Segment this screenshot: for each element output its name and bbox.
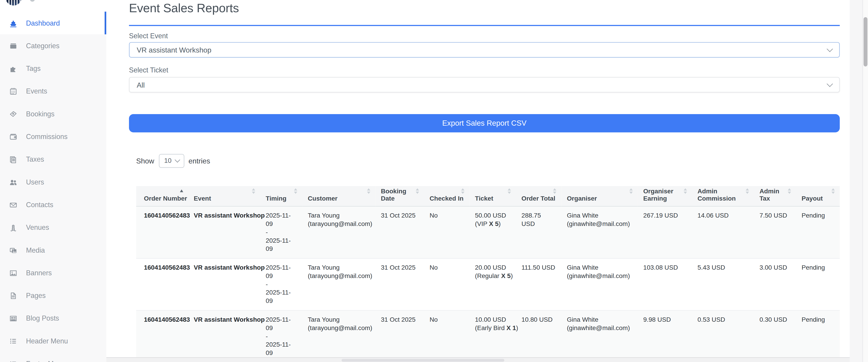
sidebar-item-blog-posts[interactable]: Blog Posts xyxy=(0,307,106,329)
cell-payout: Pending xyxy=(796,310,840,362)
sidebar-item-label: Users xyxy=(26,178,44,186)
sort-icon xyxy=(416,188,419,193)
cell-organiser: Gina White(ginawhite@mail.com) xyxy=(561,258,638,310)
sidebar-item-events[interactable]: Events xyxy=(0,80,106,102)
file-icon xyxy=(9,291,18,300)
notification-dot xyxy=(30,0,35,2)
column-header-event[interactable]: Event xyxy=(188,186,260,206)
column-header-booking-date[interactable]: Booking Date xyxy=(375,186,424,206)
sort-icon xyxy=(684,188,687,193)
cell-customer: Tara Young(tarayoung@mail.com) xyxy=(302,310,375,362)
sidebar-item-commissions[interactable]: Commissions xyxy=(0,125,106,148)
column-header-organiser-earning[interactable]: Organiser Earning xyxy=(638,186,692,206)
cell-order-total: 10.80 USD xyxy=(516,310,561,362)
sidebar-item-categories[interactable]: Categories xyxy=(0,34,106,57)
sidebar-item-label: Bookings xyxy=(26,110,55,118)
cell-payout: Pending xyxy=(796,206,840,258)
column-header-admin-tax[interactable]: Admin Tax xyxy=(754,186,796,206)
column-header-admin-commission[interactable]: Admin Commission xyxy=(692,186,754,206)
column-header-order-total[interactable]: Order Total xyxy=(516,186,561,206)
table-header-row: Order Number Event Timing Customer Booki… xyxy=(136,186,840,206)
cell-organiser: Gina White(ginawhite@mail.com) xyxy=(561,310,638,362)
cell-order-total: 111.50 USD xyxy=(516,258,561,310)
show-label: Show xyxy=(136,156,154,165)
horizontal-scrollbar[interactable] xyxy=(106,357,850,362)
sidebar-item-banners[interactable]: Banners xyxy=(0,262,106,284)
sort-icon xyxy=(788,188,791,193)
chevron-down-icon xyxy=(175,157,180,162)
sidebar-item-label: Banners xyxy=(26,269,52,277)
cell-timing: 2025-11-09-2025-11-09 xyxy=(260,258,302,310)
sidebar-item-contacts[interactable]: Contacts xyxy=(0,193,106,216)
sidebar-item-label: Dashboard xyxy=(26,19,60,27)
column-header-organiser[interactable]: Organiser xyxy=(561,186,638,206)
entries-count-select[interactable]: 10 xyxy=(159,154,184,168)
sort-icon xyxy=(294,188,297,193)
chevron-down-icon xyxy=(827,81,833,87)
sidebar-item-label: Media xyxy=(26,246,45,254)
entries-count-value: 10 xyxy=(164,157,172,164)
users-icon xyxy=(9,178,18,186)
export-sales-report-button[interactable]: Export Sales Report CSV xyxy=(129,114,840,132)
sidebar-item-pages[interactable]: Pages xyxy=(0,284,106,307)
sidebar-item-label: Blog Posts xyxy=(26,314,59,322)
sort-icon xyxy=(367,188,370,193)
sidebar-item-taxes[interactable]: Taxes xyxy=(0,148,106,171)
cell-organiser-earning: 267.19 USD xyxy=(638,206,692,258)
title-underline xyxy=(129,25,840,26)
cell-event: VR assistant Workshop xyxy=(188,310,260,362)
cell-checked-in: No xyxy=(424,258,469,310)
menu-list-icon xyxy=(9,359,18,362)
sidebar-item-label: Header Menu xyxy=(26,337,68,345)
cell-order-number: 1604140562483 xyxy=(136,206,188,258)
cell-customer: Tara Young(tarayoung@mail.com) xyxy=(302,206,375,258)
sidebar-item-label: Footer Menu xyxy=(26,360,65,362)
select-ticket-label: Select Ticket xyxy=(129,66,840,75)
cell-ticket: 50.00 USD(VIP X 5) xyxy=(469,206,516,258)
table-row: 1604140562483 VR assistant Workshop 2025… xyxy=(136,310,840,362)
sidebar-item-tags[interactable]: Tags xyxy=(0,57,106,80)
column-header-customer[interactable]: Customer xyxy=(302,186,375,206)
sidebar-item-venues[interactable]: Venues xyxy=(0,216,106,239)
calendar-icon xyxy=(9,87,18,95)
newspaper-icon xyxy=(9,314,18,323)
column-header-ticket[interactable]: Ticket xyxy=(469,186,516,206)
sidebar-item-footer-menu[interactable]: Footer Menu xyxy=(0,352,106,362)
cell-payout: Pending xyxy=(796,258,840,310)
sidebar-item-bookings[interactable]: Bookings xyxy=(0,102,106,125)
sidebar-item-label: Events xyxy=(26,87,47,95)
sidebar-item-users[interactable]: Users xyxy=(0,171,106,193)
sort-icon xyxy=(629,188,633,193)
cell-booking-date: 31 Oct 2025 xyxy=(375,310,424,362)
sidebar-item-dashboard[interactable]: Dashboard xyxy=(0,11,106,34)
cell-admin-commission: 14.06 USD xyxy=(692,206,754,258)
cell-timing: 2025-11-09-2025-11-09 xyxy=(260,310,302,362)
select-event-dropdown[interactable]: VR assistant Workshop xyxy=(129,42,840,58)
sidebar: Dashboard Categories Tags Events xyxy=(0,0,106,362)
cell-admin-tax: 3.00 USD xyxy=(754,258,796,310)
column-header-payout[interactable]: Payout xyxy=(796,186,840,206)
column-header-timing[interactable]: Timing xyxy=(260,186,302,206)
sidebar-item-media[interactable]: Media xyxy=(0,239,106,261)
sidebar-item-label: Tags xyxy=(26,64,41,72)
column-header-order-number[interactable]: Order Number xyxy=(136,186,188,206)
page-title: Event Sales Reports xyxy=(129,0,840,15)
cell-customer: Tara Young(tarayoung@mail.com) xyxy=(302,258,375,310)
horizontal-scrollbar-thumb[interactable] xyxy=(341,359,504,362)
user-avatar[interactable] xyxy=(5,0,22,5)
sort-icon xyxy=(553,188,556,193)
chevron-down-icon xyxy=(827,46,833,52)
cell-admin-tax: 7.50 USD xyxy=(754,206,796,258)
image-frame-icon xyxy=(9,268,18,277)
sidebar-menu: Dashboard Categories Tags Events xyxy=(0,11,106,362)
cell-ticket: 20.00 USD(Regular X 5) xyxy=(469,258,516,310)
sidebar-item-header-menu[interactable]: Header Menu xyxy=(0,330,106,352)
vertical-scrollbar-thumb[interactable] xyxy=(864,17,867,66)
vertical-scrollbar[interactable] xyxy=(863,0,868,362)
cell-booking-date: 31 Oct 2025 xyxy=(375,258,424,310)
column-header-checked-in[interactable]: Checked In xyxy=(424,186,469,206)
select-ticket-dropdown[interactable]: All xyxy=(129,77,840,92)
sort-icon xyxy=(507,188,511,193)
sort-icon xyxy=(252,188,255,193)
table-row: 1604140562483 VR assistant Workshop 2025… xyxy=(136,258,840,310)
